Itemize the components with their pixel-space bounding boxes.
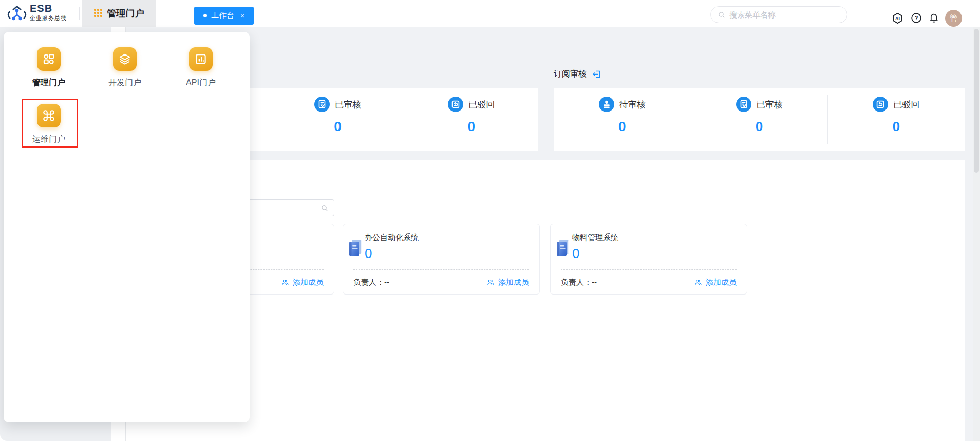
app-count: 0 <box>365 246 372 262</box>
nav-portal-switcher[interactable]: 管理门户 <box>82 0 156 27</box>
stat-value: 0 <box>756 119 763 135</box>
person-add-icon <box>281 278 290 287</box>
portal-menu-flyout: 管理门户 开发门户 API门户 运维门户 <box>4 32 250 422</box>
header-divider <box>79 7 80 20</box>
stat-label: 待审核 <box>619 99 646 111</box>
user-avatar[interactable]: 管 <box>945 10 962 27</box>
help-button[interactable]: ? <box>910 11 923 25</box>
portal-item-label: 管理门户 <box>32 78 65 88</box>
stamp-return-icon <box>873 97 888 112</box>
stamp-return-icon <box>448 97 463 112</box>
stats-card-subscription: 待审核 0 已审核 0 已驳回 0 <box>554 88 965 151</box>
menu-search-box[interactable] <box>710 6 847 23</box>
app-card[interactable]: 办公自动化系统 0 负责人：-- 添加成员 <box>343 224 540 295</box>
portal-item-management[interactable]: 管理门户 <box>18 47 80 88</box>
app-group-icon <box>37 47 61 71</box>
app-doc-icon <box>348 238 362 257</box>
stat-column-reviewed: 已审核 0 <box>691 88 828 151</box>
stat-column-pending: 待审核 0 <box>554 88 691 151</box>
svg-text:?: ? <box>915 15 918 21</box>
search-icon <box>321 204 329 212</box>
section-title-subscription-review: 订阅审核 <box>554 69 601 80</box>
app-window: ESB 企业服务总线 管理门户 工作台 × AI ? <box>0 0 980 441</box>
stat-value: 0 <box>892 119 899 135</box>
portal-item-operations[interactable]: 运维门户 <box>18 104 80 145</box>
stat-label: 已审核 <box>757 99 783 111</box>
notification-button[interactable] <box>927 11 940 25</box>
stat-column-rejected: 已驳回 0 <box>405 88 538 151</box>
portal-item-api[interactable]: API门户 <box>170 47 232 88</box>
portal-item-label: 运维门户 <box>32 134 65 145</box>
help-icon: ? <box>910 12 922 24</box>
portal-item-label: API门户 <box>186 78 216 88</box>
svg-text:AI: AI <box>895 16 900 21</box>
tab-workbench[interactable]: 工作台 × <box>194 7 254 25</box>
portal-item-label: 开发门户 <box>108 78 141 88</box>
doc-check-icon <box>314 97 330 112</box>
stat-label: 已驳回 <box>468 99 495 111</box>
top-nav-bar: ESB 企业服务总线 管理门户 工作台 × AI ? <box>0 0 980 27</box>
stat-label: 已审核 <box>335 99 361 111</box>
stat-value: 0 <box>618 119 626 135</box>
apps-panel: 添加成员 办公自动化系统 0 负责人：-- 添加成员 物料管理系统 0 <box>126 160 965 441</box>
avatar-initial: 管 <box>950 13 957 23</box>
command-icon <box>37 104 61 127</box>
person-add-icon <box>694 278 703 287</box>
dashed-divider <box>353 269 529 270</box>
add-member-label: 添加成员 <box>706 278 737 287</box>
ai-icon: AI <box>891 12 904 25</box>
stat-value: 0 <box>334 119 341 135</box>
nav-portal-label: 管理门户 <box>107 7 144 20</box>
vertical-scrollbar <box>973 27 980 441</box>
stamp-icon <box>599 97 614 112</box>
stat-label: 已驳回 <box>893 99 919 111</box>
brand-title: ESB <box>30 3 67 13</box>
esb-logo-icon <box>6 4 28 23</box>
brand: ESB 企业服务总线 <box>30 3 67 21</box>
app-card[interactable]: 物料管理系统 0 负责人：-- 添加成员 <box>550 224 747 295</box>
app-owner: 负责人：-- <box>353 278 389 287</box>
menu-search-input[interactable] <box>729 10 840 19</box>
tab-label: 工作台 <box>211 11 234 21</box>
grid-icon <box>94 9 103 18</box>
section-title-text: 订阅审核 <box>554 69 587 80</box>
person-add-icon <box>486 278 495 287</box>
stat-column-reviewed: 已审核 0 <box>271 88 404 151</box>
layers-icon <box>113 47 137 71</box>
portal-item-development[interactable]: 开发门户 <box>94 47 156 88</box>
add-member-link[interactable]: 添加成员 <box>694 278 737 287</box>
export-icon[interactable] <box>592 69 601 79</box>
app-doc-icon <box>555 238 570 257</box>
add-member-label: 添加成员 <box>498 278 529 287</box>
close-icon[interactable]: × <box>240 12 244 20</box>
ai-assistant-button[interactable]: AI <box>891 11 904 25</box>
add-member-label: 添加成员 <box>293 278 324 287</box>
app-owner: 负责人：-- <box>561 278 597 287</box>
dashed-divider <box>561 269 737 270</box>
app-count: 0 <box>572 246 579 262</box>
brand-subtitle: 企业服务总线 <box>30 15 67 21</box>
active-dot-icon <box>203 14 207 17</box>
app-title: 办公自动化系统 <box>365 233 419 243</box>
app-title: 物料管理系统 <box>572 233 618 243</box>
doc-check-icon <box>736 97 751 112</box>
scrollbar-thumb[interactable] <box>974 29 979 173</box>
bell-icon <box>928 12 940 24</box>
stat-column-rejected: 已驳回 0 <box>827 88 965 151</box>
panel-divider <box>126 190 965 190</box>
stat-value: 0 <box>468 119 475 135</box>
search-icon <box>718 11 726 19</box>
api-chart-icon <box>189 47 213 71</box>
add-member-link[interactable]: 添加成员 <box>281 278 324 287</box>
add-member-link[interactable]: 添加成员 <box>486 278 529 287</box>
